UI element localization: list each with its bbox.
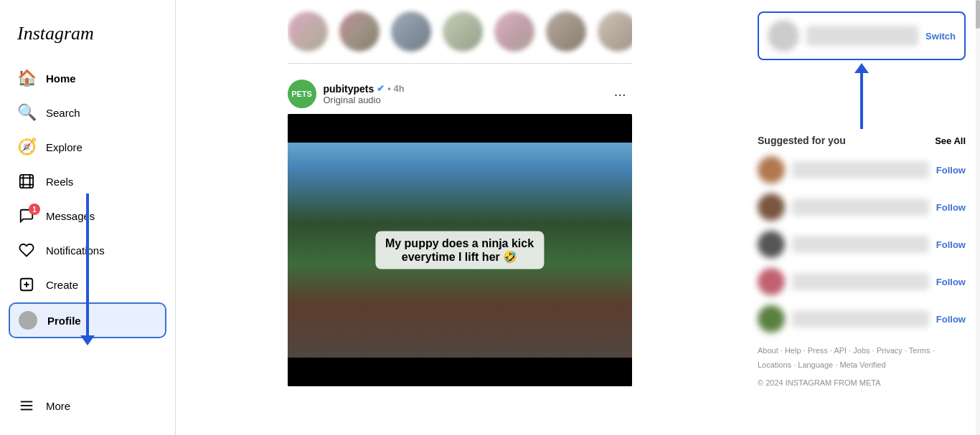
suggested-item: Follow [758,231,966,258]
footer-link[interactable]: Privacy [877,346,903,355]
suggested-title: Suggested for you [758,135,846,146]
stories-bar [288,0,632,64]
annotation-arrow-up [758,72,966,129]
footer-link[interactable]: Meta Verified [839,360,885,369]
sidebar-item-notifications-label: Notifications [46,244,105,257]
post-avatar: PETS [288,80,316,108]
messages-badge: 1 [29,204,40,215]
follow-button[interactable]: Follow [936,314,966,325]
story-bubble[interactable] [391,11,431,52]
sidebar-item-home[interactable]: 🏠 Home [9,62,166,95]
follow-button[interactable]: Follow [936,165,966,176]
switch-button[interactable]: Switch [925,31,956,42]
footer-link[interactable]: Locations [758,360,791,369]
footer-link[interactable]: Press [808,346,828,355]
notifications-icon [17,241,36,259]
suggested-avatar [758,231,785,258]
more-icon [17,396,36,415]
post-overlay-text: My puppy does a ninja kickeverytime I li… [375,231,544,269]
suggested-avatar [758,193,785,221]
suggested-avatar [758,268,785,295]
sidebar-item-explore[interactable]: 🧭 Explore [9,130,166,163]
right-panel: Switch Suggested for you See All Follow … [743,0,980,435]
footer-link[interactable]: API [834,346,847,355]
sidebar-item-search-label: Search [46,107,80,119]
annotation-arrow-up-line [860,72,863,129]
post-options-button[interactable]: ··· [608,83,632,105]
suggested-item: Follow [758,305,966,333]
story-bubble[interactable] [546,11,586,52]
suggested-user-info [792,236,929,253]
footer-link[interactable]: Jobs [853,346,870,355]
verified-icon: ✔ [377,83,385,94]
follow-button[interactable]: Follow [936,277,966,287]
sidebar-item-create-label: Create [46,279,78,291]
current-user-avatar [768,20,799,52]
post-time: • 4h [387,83,404,94]
footer-copyright: © 2024 INSTAGRAM FROM META [758,378,966,387]
post: PETS pubitypets ✔ • 4h Original audio ··… [288,72,632,386]
sidebar-item-search[interactable]: 🔍 Search [9,96,166,129]
suggested-item: Follow [758,193,966,221]
home-icon: 🏠 [17,69,36,87]
story-bubble[interactable] [494,11,534,52]
story-bubble[interactable] [288,11,328,52]
follow-button[interactable]: Follow [936,202,966,213]
scrollbar-track[interactable] [976,0,980,435]
footer-link[interactable]: Terms [909,346,930,355]
sidebar-item-more[interactable]: More [9,389,166,422]
scrollbar-thumb[interactable] [976,0,980,29]
explore-icon: 🧭 [17,138,36,156]
avatar [19,311,37,330]
sidebar-item-reels-label: Reels [46,176,73,188]
svg-rect-0 [20,175,33,188]
create-icon [17,275,36,294]
main-feed: PETS pubitypets ✔ • 4h Original audio ··… [176,0,743,435]
sidebar: Instagram 🏠 Home 🔍 Search 🧭 Explore Reel… [0,0,176,435]
suggested-avatar [758,305,785,333]
sidebar-item-home-label: Home [46,72,76,85]
reels-icon [17,172,36,191]
post-username: pubitypets ✔ • 4h [324,83,405,95]
suggested-avatar [758,156,785,183]
story-bubble[interactable] [339,11,380,52]
footer-link[interactable]: Help [785,346,801,355]
annotation-arrow-down [86,193,89,337]
suggested-user-info [792,199,929,216]
sidebar-item-explore-label: Explore [46,141,83,153]
post-subtitle: Original audio [324,95,405,105]
post-header-left: PETS pubitypets ✔ • 4h Original audio [288,80,405,108]
post-user-info: pubitypets ✔ • 4h Original audio [324,83,405,105]
post-image[interactable]: My puppy does a ninja kickeverytime I li… [288,114,632,386]
suggested-user-info [792,273,929,290]
see-all-button[interactable]: See All [935,135,966,146]
current-user-row: Switch [758,11,966,60]
story-bubble[interactable] [598,11,632,52]
current-user-info [806,26,918,46]
footer-link[interactable]: Language [798,360,833,369]
footer-link[interactable]: About [758,346,778,355]
sidebar-item-more-label: More [46,400,70,412]
suggested-user-info [792,161,929,178]
post-header: PETS pubitypets ✔ • 4h Original audio ··… [288,72,632,114]
search-icon: 🔍 [17,103,36,122]
suggested-header: Suggested for you See All [758,135,966,146]
suggested-item: Follow [758,268,966,295]
suggested-user-info [792,310,929,328]
suggested-item: Follow [758,156,966,183]
story-bubble[interactable] [443,11,483,52]
footer-links: About · Help · Press · API · Jobs · Priv… [758,344,966,373]
sidebar-item-profile-label: Profile [47,315,81,327]
follow-button[interactable]: Follow [936,239,966,250]
instagram-logo[interactable]: Instagram [9,11,166,62]
